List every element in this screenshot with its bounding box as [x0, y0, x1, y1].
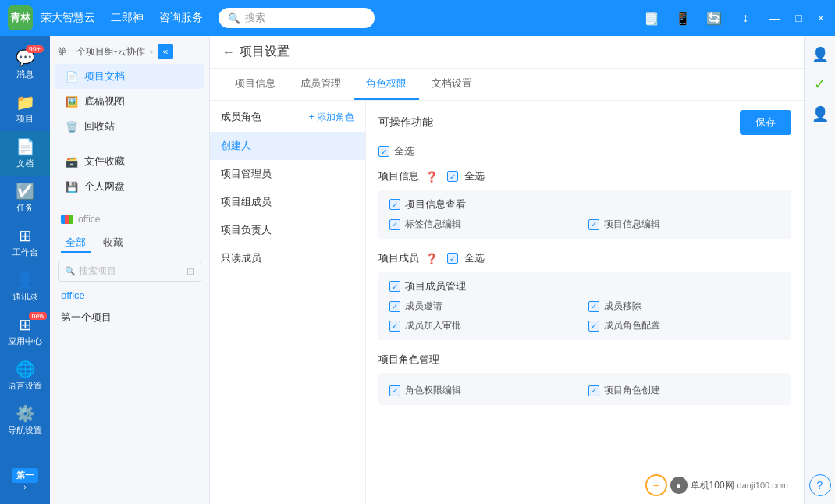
role-item-creator[interactable]: 创建人: [210, 132, 365, 160]
perm-box-info-label: 项目信息查看: [405, 197, 466, 211]
sidebar-item-workbench[interactable]: ⊞ 工作台: [0, 220, 50, 264]
sidebar-item-navsettings[interactable]: ⚙️ 导航设置: [0, 398, 50, 442]
panel-nav-file-collection[interactable]: 🗃️ 文件收藏: [55, 149, 204, 174]
add-role-btn[interactable]: + 添加角色: [309, 111, 354, 124]
tab-docs[interactable]: 文档设置: [419, 69, 485, 100]
section-info-checkbox[interactable]: [447, 171, 458, 182]
close-btn[interactable]: ×: [815, 12, 827, 24]
perm-box-info: 项目信息查看 标签信息编辑 项目信息编辑: [378, 190, 791, 239]
panel-nav-label: 文件收藏: [84, 154, 125, 169]
global-select-all[interactable]: 全选: [378, 144, 791, 158]
panel-tab-favorites[interactable]: 收藏: [98, 234, 128, 253]
tab-project-info[interactable]: 项目信息: [222, 69, 288, 100]
perm-checkbox[interactable]: [588, 321, 599, 332]
perm-checkbox[interactable]: [588, 385, 599, 396]
help-icon[interactable]: ?: [809, 474, 831, 496]
role-item-readonly-member[interactable]: 只读成员: [210, 244, 365, 272]
nav-consult[interactable]: 咨询服务: [159, 11, 203, 25]
perm-label: 成员邀请: [405, 300, 442, 313]
perm-checkbox[interactable]: [389, 301, 400, 312]
sync-icon[interactable]: ↕️: [734, 7, 756, 29]
nav-smartcloud[interactable]: 荣大智慧云: [41, 11, 95, 25]
role-item-project-manager[interactable]: 项目管理员: [210, 160, 365, 188]
role-item-project-leader[interactable]: 项目负责人: [210, 216, 365, 244]
wm-domain: danji100.com: [737, 481, 788, 490]
panel-tabs: 全部 收藏: [50, 229, 209, 257]
app-logo: 青林: [8, 5, 33, 30]
filter-icon[interactable]: ⊟: [187, 266, 194, 277]
save-button[interactable]: 保存: [740, 110, 791, 135]
right-sidebar: 👤 ✓ 👤 ?: [804, 36, 835, 504]
panel-tab-all[interactable]: 全部: [61, 234, 91, 253]
perm-label: 项目信息编辑: [604, 218, 660, 231]
tab-roles[interactable]: 角色权限: [354, 69, 419, 100]
panel-project-office[interactable]: office: [50, 285, 209, 306]
search-placeholder: 搜索: [245, 11, 265, 25]
content-body: 成员角色 + 添加角色 创建人 项目管理员 项目组成员 项目负责人 只读成员 可…: [210, 101, 804, 504]
sidebar-item-label: 消息: [16, 69, 34, 80]
collapse-btn[interactable]: «: [158, 44, 173, 59]
perm-checkbox[interactable]: [389, 219, 400, 230]
panel-nav-thumbnail[interactable]: 🖼️ 底稿视图: [55, 89, 204, 114]
perm-box-members: 项目成员管理 成员邀请 成员移除: [378, 272, 791, 340]
content-tabs: 项目信息 成员管理 角色权限 文档设置: [210, 69, 804, 101]
sidebar-item-contacts[interactable]: 👤 通讯录: [0, 264, 50, 309]
question-icon-members[interactable]: ❓: [425, 253, 438, 264]
panel-nav-trash[interactable]: 🗑️ 回收站: [55, 114, 204, 139]
sidebar-item-task[interactable]: ☑️ 任务: [0, 176, 50, 220]
perm-label: 标签信息编辑: [405, 218, 461, 231]
search-bar[interactable]: 🔍 搜索: [219, 8, 375, 28]
panel-nav-personal-disk[interactable]: 💾 个人网盘: [55, 174, 204, 199]
permission-column: 可操作功能 保存 全选 项目信息 ❓ 全选: [366, 101, 804, 504]
role-item-project-member[interactable]: 项目组成员: [210, 188, 365, 216]
message-badge: 99+: [26, 45, 44, 53]
tab-members[interactable]: 成员管理: [288, 69, 354, 100]
perm-item-role-edit: 角色权限编辑: [389, 384, 582, 397]
sidebar-item-language[interactable]: 🌐 语言设置: [0, 353, 50, 398]
role-column: 成员角色 + 添加角色 创建人 项目管理员 项目组成员 项目负责人 只读成员: [210, 101, 366, 504]
panel-search[interactable]: 🔍 搜索项目 ⊟: [58, 261, 201, 282]
global-select-all-label: 全选: [394, 144, 414, 158]
mobile-icon[interactable]: 📱: [672, 7, 694, 29]
minimize-btn[interactable]: —: [766, 12, 783, 24]
perm-checkbox[interactable]: [588, 301, 599, 312]
refresh-icon[interactable]: 🔄: [703, 7, 725, 29]
perm-label: 角色权限编辑: [405, 384, 461, 397]
perm-checkbox[interactable]: [389, 385, 400, 396]
perm-section-project-info: 项目信息 ❓ 全选 项目信息查看 标签信息编辑: [378, 169, 791, 239]
back-btn[interactable]: ←: [222, 45, 235, 59]
bottom-arrow: ›: [23, 483, 26, 492]
panel-nav-project-docs[interactable]: 📄 项目文档: [55, 64, 204, 89]
perm-checkbox[interactable]: [389, 321, 400, 332]
question-icon-info[interactable]: ❓: [425, 171, 438, 183]
sidebar-item-project[interactable]: 📁 项目: [0, 87, 50, 131]
perm-grid-roles: 角色权限编辑 项目角色创建: [389, 384, 780, 397]
perm-section-header-roles: 项目角色管理: [378, 353, 791, 367]
content-area: ← 项目设置 项目信息 成员管理 角色权限 文档设置 成员角色 + 添加角色 创…: [210, 36, 804, 504]
note-icon[interactable]: 🗒️: [641, 7, 663, 29]
right-icon-user-blue[interactable]: 👤: [808, 101, 833, 126]
perm-checkbox[interactable]: [588, 219, 599, 230]
perm-label: 项目角色创建: [604, 384, 660, 397]
box-header-checkbox[interactable]: [389, 281, 400, 292]
sidebar-item-message[interactable]: 💬 消息 99+: [0, 42, 50, 87]
navsettings-icon: ⚙️: [16, 404, 35, 423]
sidebar-item-bottom[interactable]: 第一 ›: [9, 462, 41, 498]
sidebar-item-appcenter[interactable]: ⊞ 应用中心 new: [0, 309, 50, 353]
sidebar-item-document[interactable]: 📄 文档: [0, 131, 50, 176]
sidebar-item-label: 项目: [16, 113, 34, 125]
right-icon-user-orange[interactable]: 👤: [808, 42, 833, 67]
perm-box-members-label: 项目成员管理: [405, 279, 466, 293]
contacts-icon: 👤: [16, 271, 35, 289]
maximize-btn[interactable]: □: [792, 12, 805, 24]
panel-project-first[interactable]: 第一个项目: [50, 306, 209, 329]
perm-header: 可操作功能 保存: [378, 110, 791, 135]
perm-grid-info: 标签信息编辑 项目信息编辑: [389, 218, 780, 231]
global-checkbox[interactable]: [378, 146, 389, 157]
section-members-checkbox[interactable]: [447, 253, 458, 264]
perm-section-header-members: 项目成员 ❓ 全选: [378, 251, 791, 265]
nav-erlangsheng[interactable]: 二郎神: [111, 11, 144, 25]
sidebar-left: 💬 消息 99+ 📁 项目 📄 文档 ☑️ 任务 ⊞ 工作台 👤 通讯录 ⊞ 应…: [0, 36, 50, 504]
box-header-checkbox[interactable]: [389, 199, 400, 210]
right-icon-check[interactable]: ✓: [808, 72, 833, 97]
